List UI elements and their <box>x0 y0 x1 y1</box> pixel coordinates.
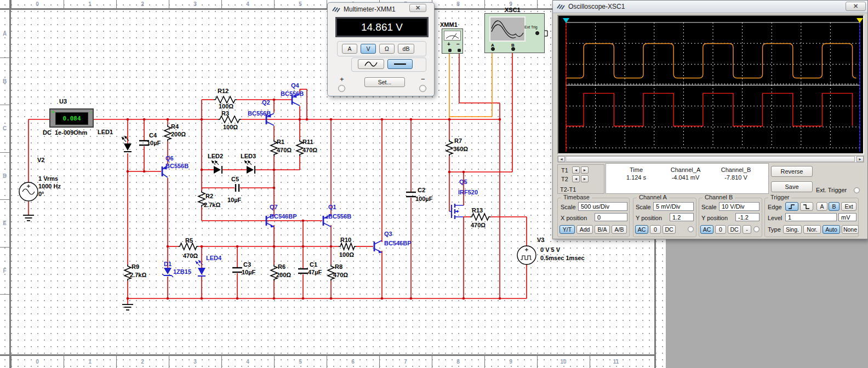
channel-b-ypos-field[interactable]: -1.2 <box>735 213 760 221</box>
component-label-v2[interactable]: V2 <box>37 157 44 163</box>
scroll-left-icon[interactable]: ◄ <box>558 156 565 162</box>
component-label-r9[interactable]: 2.7kΩ <box>130 272 146 278</box>
timebase-scale-field[interactable]: 500 us/Div <box>578 202 627 211</box>
component-label-q4[interactable]: Q4 <box>291 83 299 89</box>
component-label-r8[interactable]: R8 <box>335 264 342 270</box>
component-label-r5[interactable]: R5 <box>185 238 193 244</box>
component-label-q2[interactable]: BC556B <box>248 111 271 117</box>
component-label-q7[interactable]: Q7 <box>270 204 278 210</box>
component-label-r6[interactable]: R6 <box>278 264 285 270</box>
t2-right-icon[interactable]: ► <box>581 175 589 182</box>
component-label-r12[interactable]: R12 <box>218 88 229 94</box>
component-label-c1[interactable]: 47µF <box>308 269 322 275</box>
channel-b-zero-button[interactable]: 0 <box>715 225 726 234</box>
xsc1-terminal-a[interactable] <box>491 47 495 51</box>
trigger-edge-ext-button[interactable]: Ext <box>841 202 856 211</box>
component-label-r11[interactable]: 470Ω <box>302 147 317 153</box>
mode-volts-button[interactable]: V <box>361 44 376 54</box>
multimeter-close-icon[interactable]: ✕ <box>409 4 426 12</box>
component-label-r1[interactable]: R1 <box>277 139 284 145</box>
oscilloscope-close-icon[interactable]: ✕ <box>846 2 866 11</box>
mode-ohms-button[interactable]: Ω <box>379 44 395 54</box>
timebase-yt-button[interactable]: Y/T <box>559 225 575 234</box>
t1-left-icon[interactable]: ◄ <box>572 166 580 174</box>
component-label-q5[interactable]: IRF520 <box>458 189 478 196</box>
ext-trigger-radio[interactable] <box>854 187 860 193</box>
component-label-q1[interactable]: BC556B <box>328 214 351 220</box>
xmm1-terminal-minus[interactable] <box>458 49 461 52</box>
mode-amps-button[interactable]: A <box>342 44 357 54</box>
component-label-q5[interactable]: Q5 <box>459 179 467 185</box>
timebase-add-button[interactable]: Add <box>576 225 593 234</box>
channel-b-dc-button[interactable]: DC <box>728 225 741 234</box>
channel-a-ypos-field[interactable]: 1.2 <box>670 213 694 221</box>
scope-display[interactable] <box>557 15 864 154</box>
component-label-d1[interactable]: D1 <box>164 261 172 267</box>
component-label-c4[interactable]: 10µF <box>147 140 161 146</box>
component-label-c5[interactable]: 10µF <box>227 197 241 203</box>
component-label-xsc1[interactable]: XSC1 <box>505 7 521 13</box>
component-label-r12[interactable]: 100Ω <box>219 104 233 110</box>
scroll-thumb[interactable] <box>566 156 855 162</box>
component-label-r3[interactable]: 100Ω <box>223 124 238 130</box>
xmm1-instrument-icon[interactable]: + − <box>442 28 463 54</box>
component-label-r1[interactable]: 470Ω <box>277 147 292 153</box>
probe-u3[interactable]: 0.084 + - <box>49 108 94 128</box>
channel-a-ac-button[interactable]: AC <box>635 225 648 234</box>
multimeter-minus-jack[interactable] <box>419 85 426 92</box>
component-label-q3[interactable]: Q3 <box>384 231 392 237</box>
ac-sine-button[interactable] <box>358 59 384 69</box>
component-label-r6[interactable]: 200Ω <box>276 272 291 278</box>
xsc1-instrument-icon[interactable]: A B Ext Trig <box>484 13 545 53</box>
component-label-v3[interactable]: 0.5msec 1msec <box>540 255 585 261</box>
component-label-q4[interactable]: BC556B <box>281 91 304 97</box>
component-label-c3[interactable]: 10µF <box>242 269 255 275</box>
component-label-c1[interactable]: C1 <box>310 262 317 268</box>
component-label-r13[interactable]: R13 <box>472 208 483 214</box>
trigger-type-single-button[interactable]: Sing. <box>783 225 802 234</box>
set-button[interactable]: Set... <box>364 77 405 87</box>
t1-right-icon[interactable]: ► <box>581 166 589 174</box>
timebase-ba-button[interactable]: B/A <box>595 225 610 234</box>
channel-a-scale-field[interactable]: 5 mV/Div <box>653 202 694 211</box>
component-label-r4[interactable]: 200Ω <box>171 131 186 137</box>
component-label-r10[interactable]: 100Ω <box>339 252 354 258</box>
component-label-r10[interactable]: R10 <box>340 237 351 243</box>
trigger-level-field[interactable]: 1 <box>785 213 837 221</box>
probe-u3-annotation[interactable]: DC 1e-009Ohm <box>43 130 87 136</box>
xsc1-terminal-b[interactable] <box>511 47 515 51</box>
component-label-r7[interactable]: 360Ω <box>453 146 468 152</box>
component-label-c5[interactable]: C5 <box>231 176 239 182</box>
channel-a-zero-button[interactable]: 0 <box>650 225 661 234</box>
component-label-xmm1[interactable]: XMM1 <box>440 22 458 28</box>
channel-b-probe-radio[interactable] <box>753 226 760 232</box>
trigger-level-unit-field[interactable]: mV <box>838 213 856 221</box>
component-label-r8[interactable]: 470Ω <box>333 272 348 278</box>
component-label-q7[interactable]: BC546BP <box>270 214 297 220</box>
channel-a-probe-radio[interactable] <box>688 226 694 232</box>
probe-u3-ref[interactable]: U3 <box>59 99 67 105</box>
scope-scrollbar[interactable]: ◄ ► <box>557 156 864 163</box>
component-label-r3[interactable]: R3 <box>221 111 229 117</box>
xmm1-terminal-plus[interactable] <box>448 49 452 52</box>
timebase-ab-button[interactable]: A/B <box>612 225 627 234</box>
component-label-q6[interactable]: Q6 <box>165 156 174 162</box>
component-label-v3[interactable]: V3 <box>537 237 544 243</box>
component-label-r4[interactable]: R4 <box>171 124 179 130</box>
multimeter-plus-jack[interactable] <box>338 85 345 92</box>
component-label-v2[interactable]: 0° <box>38 191 44 197</box>
channel-b-scale-field[interactable]: 10 V/Div <box>719 202 760 211</box>
component-label-r11[interactable]: R11 <box>302 139 313 145</box>
component-label-q6[interactable]: BC556B <box>165 163 189 169</box>
trigger-edge-a-button[interactable]: A <box>816 202 827 211</box>
trigger-falling-edge-button[interactable] <box>800 202 813 211</box>
save-button[interactable]: Save <box>771 181 813 192</box>
component-label-c3[interactable]: C3 <box>243 262 251 268</box>
component-label-r2[interactable]: 2.7kΩ <box>204 202 220 208</box>
channel-b-invert-button[interactable]: - <box>743 225 751 234</box>
component-label-led2[interactable]: LED2 <box>208 153 223 159</box>
component-label-led3[interactable]: LED3 <box>241 153 256 159</box>
component-label-led1[interactable]: LED1 <box>98 129 113 135</box>
oscilloscope-titlebar[interactable]: Oscilloscope-XSC1 <box>553 1 867 13</box>
component-label-r2[interactable]: R2 <box>205 193 213 199</box>
